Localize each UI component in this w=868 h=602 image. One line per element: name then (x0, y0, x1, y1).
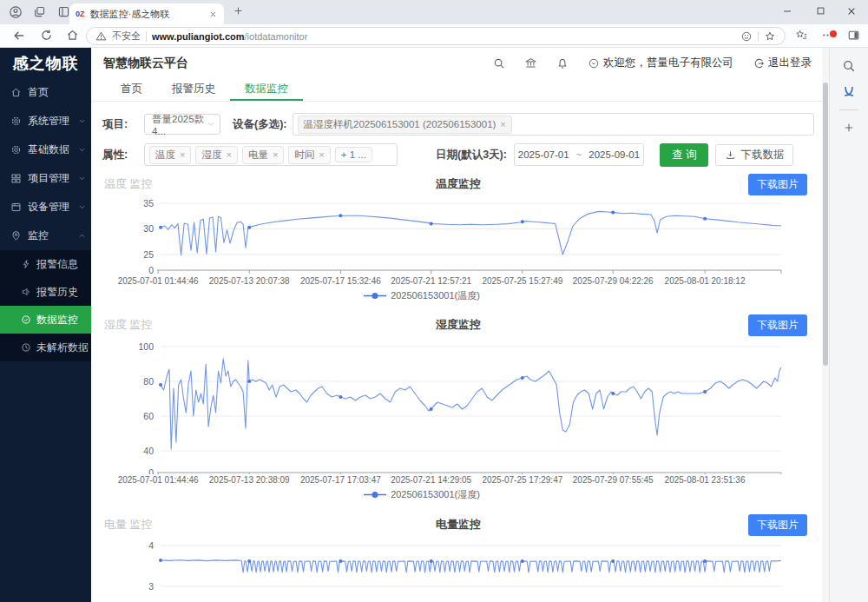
x-tick-label: 2025-07-29 04:22:26 (564, 276, 661, 286)
tab-actions-icon[interactable] (57, 5, 70, 18)
attribute-multiselect[interactable]: 温度×湿度×电量×时间×+ 1 ... (144, 143, 398, 166)
more-tags-badge[interactable]: + 1 ... (335, 147, 372, 162)
close-window-icon[interactable] (845, 5, 858, 17)
not-secure-icon[interactable] (95, 30, 107, 42)
x-tick-label: 2025-07-01 01:44:46 (109, 475, 207, 485)
logout-label: 退出登录 (768, 56, 812, 70)
url-text[interactable]: www.puliangiot.com/iotdatamonitor (152, 31, 307, 42)
new-tab-icon[interactable] (233, 5, 244, 17)
divider (758, 31, 759, 42)
date-label: 日期(默认3天): (436, 148, 507, 162)
chart-title: 温度监控 (436, 176, 481, 192)
download-image-button[interactable]: 下载图片 (748, 174, 807, 195)
chart-legend[interactable]: 202506153001(温度) (102, 289, 814, 302)
remove-tag-icon[interactable]: × (500, 120, 505, 129)
chevron-down-icon (78, 203, 86, 211)
workspaces-icon[interactable] (33, 5, 46, 18)
refresh-icon[interactable] (40, 29, 53, 42)
organization-icon[interactable] (524, 56, 537, 69)
browser-menu-icon[interactable] (821, 29, 834, 42)
project-select[interactable]: 普量2025款4... (144, 114, 220, 135)
sidebar-item-1[interactable]: 系统管理 (0, 107, 91, 136)
scrollbar[interactable] (822, 48, 829, 602)
sidebar-item-label: 设备管理 (28, 200, 69, 215)
bolt-icon (21, 259, 31, 269)
chevron-down-icon (78, 175, 86, 182)
sidebar-item-4[interactable]: 设备管理 (0, 193, 91, 222)
close-tab-icon[interactable] (208, 10, 218, 19)
browser-home-icon[interactable] (66, 29, 79, 42)
sidebar-subitem-3[interactable]: 未解析数据 (0, 334, 91, 361)
sidebar-app-icon[interactable] (842, 84, 856, 98)
maximize-icon[interactable] (815, 5, 826, 17)
svg-text:35: 35 (143, 198, 154, 208)
x-tick-label: 2025-08-01 20:18:12 (656, 276, 753, 286)
query-button[interactable]: 查 询 (660, 143, 708, 167)
sidebar-item-0[interactable]: 首页 (0, 78, 91, 107)
sidebar-subitem-label: 数据监控 (36, 313, 78, 327)
sidebar-item-5[interactable]: 监控 (0, 222, 91, 250)
chart-title: 湿度监控 (436, 317, 481, 333)
device-label: 设备(多选): (233, 117, 287, 132)
tab-2[interactable]: 数据监控 (230, 78, 303, 101)
chevron-down-icon (207, 120, 215, 129)
date-range-input[interactable]: 2025-07-01 ~ 2025-09-01 (514, 143, 644, 166)
tab-1[interactable]: 报警历史 (157, 78, 230, 101)
sidebar-add-icon[interactable] (843, 122, 855, 134)
chevron-down-circle-icon (588, 57, 600, 69)
feedback-icon[interactable] (740, 30, 753, 43)
legend-label: 202506153001(湿度) (391, 488, 480, 501)
temperature-chart-section: 温度 监控 温度监控 下载图片 3530250 2025-07-01 01:44… (102, 174, 814, 302)
legend-item[interactable]: 202506153001(湿度) (364, 488, 480, 501)
date-start[interactable]: 2025-07-01 (518, 149, 569, 160)
chevron-down-icon (78, 146, 86, 154)
favorite-icon[interactable] (764, 30, 776, 43)
clock-icon (21, 342, 31, 353)
notifications-bell-icon[interactable] (556, 57, 569, 69)
chevron-down-icon (78, 117, 86, 125)
x-tick-label: 2025-07-01 01:44:46 (109, 276, 207, 286)
pin-icon (10, 230, 22, 241)
back-icon[interactable] (12, 29, 26, 43)
scrollbar-thumb[interactable] (823, 83, 828, 366)
remove-tag-icon[interactable]: × (319, 150, 324, 160)
not-secure-label[interactable]: 不安全 (112, 30, 141, 43)
sidebar-subitem-1[interactable]: 报警历史 (0, 278, 91, 306)
welcome-menu[interactable]: 欢迎您，普量电子有限公司 (588, 56, 733, 70)
logout-button[interactable]: 退出登录 (753, 56, 812, 70)
minimize-icon[interactable] (781, 5, 793, 17)
device-tag: 温湿度样机202506153001 (202506153001) × (298, 116, 512, 134)
x-tick-label: 2025-08-01 23:51:36 (656, 475, 753, 485)
sidebar-item-3[interactable]: 项目管理 (0, 164, 91, 193)
remove-tag-icon[interactable]: × (180, 150, 185, 160)
address-bar[interactable]: 不安全 www.puliangiot.com/iotdatamonitor (86, 27, 786, 45)
main-content: 智慧物联云平台 欢迎您，普量电子有限公司 退出登录 首页报警历史数据监控 项目: (91, 48, 822, 602)
sidebar-search-icon[interactable] (842, 59, 856, 73)
tab-0[interactable]: 首页 (106, 78, 157, 101)
browser-profile-icon[interactable] (9, 5, 23, 19)
remove-tag-icon[interactable]: × (273, 150, 278, 160)
browser-tab[interactable]: 0Z 数据监控·感之物联 (69, 3, 224, 24)
svg-text:0: 0 (148, 265, 154, 275)
chart-legend[interactable]: 202506153001(湿度) (102, 488, 814, 501)
favorites-bar-icon[interactable] (795, 29, 808, 42)
legend-marker-icon (364, 292, 386, 300)
sidebar-subitem-0[interactable]: 报警信息 (0, 250, 91, 278)
sidebar-item-2[interactable]: 基础数据 (0, 136, 91, 164)
sidebar-subitem-label: 报警历史 (36, 285, 78, 300)
date-end[interactable]: 2025-09-01 (589, 149, 640, 160)
attribute-label: 属性: (102, 148, 141, 162)
sidebar-subitem-2[interactable]: 数据监控 (0, 306, 91, 334)
device-multiselect[interactable]: 温湿度样机202506153001 (202506153001) × (293, 113, 815, 136)
browser-tab-bar: 0Z 数据监控·感之物联 (0, 0, 868, 24)
x-tick-label: 2025-07-25 15:27:49 (474, 276, 571, 286)
sidebar-item-label: 项目管理 (28, 171, 69, 186)
search-icon[interactable] (493, 57, 505, 69)
download-image-button[interactable]: 下载图片 (748, 314, 807, 336)
legend-item[interactable]: 202506153001(温度) (364, 289, 480, 302)
download-data-button[interactable]: 下载数据 (715, 144, 793, 166)
welcome-text: 欢迎您，普量电子有限公司 (603, 56, 733, 70)
remove-tag-icon[interactable]: × (226, 150, 231, 160)
split-screen-icon[interactable] (847, 29, 860, 42)
download-image-button[interactable]: 下载图片 (748, 514, 807, 536)
